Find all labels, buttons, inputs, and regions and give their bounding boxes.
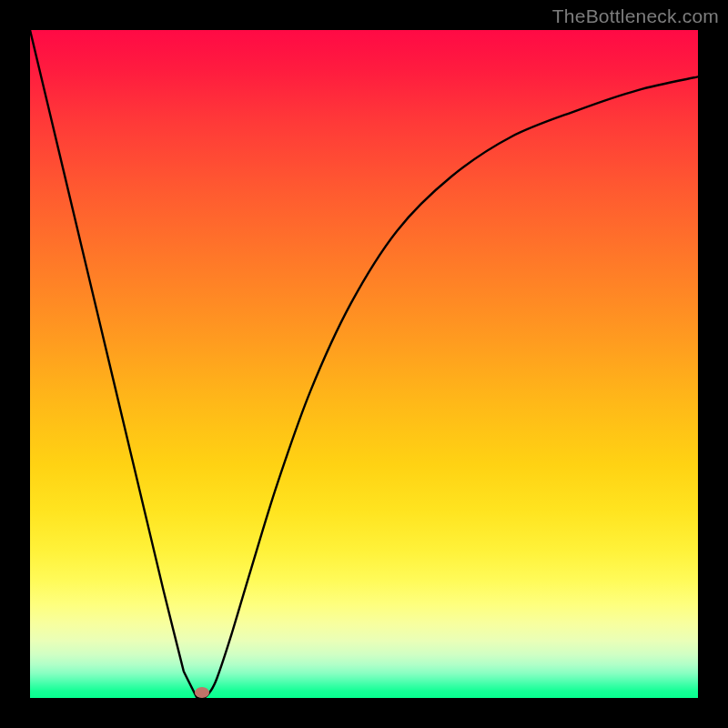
plot-area [30,30,698,698]
optimal-point-dot [195,687,209,698]
chart-frame: TheBottleneck.com [0,0,728,728]
watermark-text: TheBottleneck.com [552,5,719,27]
bottleneck-curve [30,30,698,698]
